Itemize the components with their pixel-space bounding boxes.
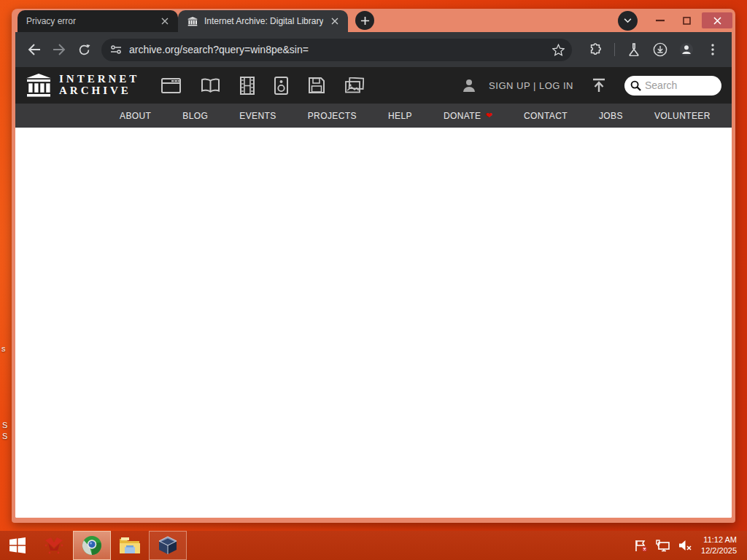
- signup-login-link[interactable]: SIGN UP | LOG IN: [489, 80, 573, 91]
- nav-events[interactable]: EVENTS: [239, 111, 276, 121]
- video-icon[interactable]: [240, 77, 255, 95]
- ia-search-input[interactable]: [645, 79, 711, 91]
- window-controls: [618, 9, 732, 32]
- tab-privacy-error[interactable]: Privacy error: [18, 10, 178, 32]
- downloads-icon[interactable]: [649, 38, 672, 61]
- images-icon[interactable]: [345, 77, 364, 94]
- nav-donate[interactable]: DONATE❤: [444, 111, 492, 121]
- nav-blog[interactable]: BLOG: [182, 111, 208, 121]
- user-icon: [461, 77, 477, 93]
- volume-muted-icon[interactable]: [678, 540, 692, 551]
- desktop-icon-label-fragment: S: [2, 421, 7, 429]
- address-bar[interactable]: archive.org/search?query=win8pe&sin=: [101, 39, 572, 61]
- nav-contact[interactable]: CONTACT: [524, 111, 568, 121]
- virtualbox-icon: [158, 535, 178, 556]
- toolbar-divider: [614, 43, 615, 56]
- ia-search-box[interactable]: [624, 76, 721, 96]
- tab-title: Privacy error: [26, 16, 153, 26]
- action-center-flag-icon[interactable]: [635, 540, 648, 552]
- tab-search-icon[interactable]: [618, 11, 638, 31]
- desktop-icon-label-fragment: s: [1, 344, 6, 353]
- tab-title: Internet Archive: Digital Library: [204, 16, 323, 26]
- tab-close-icon[interactable]: [329, 15, 341, 27]
- heart-icon: ❤: [485, 111, 492, 120]
- nav-help[interactable]: HELP: [388, 111, 412, 121]
- close-button[interactable]: [702, 12, 732, 28]
- browser-window: Privacy error Inte: [12, 9, 735, 523]
- ia-header-right: SIGN UP | LOG IN: [461, 76, 721, 96]
- start-button[interactable]: [0, 531, 35, 560]
- ia-logo[interactable]: INTERNET ARCHIVE: [26, 74, 139, 97]
- nav-volunteer[interactable]: VOLUNTEER: [654, 111, 711, 121]
- taskbar-virtualbox-button[interactable]: [149, 531, 187, 560]
- network-icon[interactable]: [656, 540, 670, 552]
- tab-internet-archive[interactable]: Internet Archive: Digital Library: [178, 10, 348, 32]
- upload-icon[interactable]: [591, 77, 607, 93]
- texts-icon[interactable]: [201, 78, 220, 93]
- audio-icon[interactable]: [274, 77, 288, 95]
- url-text[interactable]: archive.org/search?query=win8pe&sin=: [129, 44, 545, 55]
- clock-time: 11:12 AM: [701, 534, 737, 545]
- windows-logo-icon: [9, 537, 26, 554]
- search-icon: [630, 80, 641, 91]
- ia-nav-bar: ABOUT BLOG EVENTS PROJECTS HELP DONATE❤ …: [15, 104, 732, 128]
- file-explorer-icon: [119, 536, 141, 555]
- taskbar-red-app-icon[interactable]: [35, 531, 73, 560]
- site-settings-icon[interactable]: [110, 44, 122, 55]
- ia-header: INTERNET ARCHIVE: [15, 67, 732, 104]
- nav-projects[interactable]: PROJECTS: [308, 111, 357, 121]
- taskbar-clock[interactable]: 11:12 AM 12/2/2025: [701, 534, 740, 557]
- toolbar-actions: [584, 38, 724, 61]
- internet-archive-favicon: [187, 15, 198, 27]
- ia-building-icon: [26, 74, 52, 97]
- software-icon[interactable]: [308, 77, 325, 94]
- extensions-icon[interactable]: [584, 38, 607, 61]
- tab-close-icon[interactable]: [159, 15, 171, 27]
- nav-jobs[interactable]: JOBS: [599, 111, 623, 121]
- minimize-button[interactable]: [649, 12, 671, 28]
- profile-avatar-icon[interactable]: [675, 38, 698, 61]
- chrome-icon: [82, 535, 102, 556]
- tab-strip: Privacy error Inte: [12, 9, 735, 32]
- desktop-icon-label-fragment: S: [2, 432, 7, 440]
- system-tray: 11:12 AM 12/2/2025: [635, 531, 747, 560]
- nav-about[interactable]: ABOUT: [120, 111, 151, 121]
- media-type-icons: [161, 77, 364, 95]
- taskbar-file-explorer-button[interactable]: [111, 531, 149, 560]
- clock-date: 12/2/2025: [701, 545, 737, 556]
- page-content-blank: [15, 128, 732, 518]
- labs-flask-icon[interactable]: [622, 38, 646, 61]
- maximize-button[interactable]: [676, 12, 697, 28]
- back-icon[interactable]: [23, 38, 46, 61]
- web-icon[interactable]: [161, 78, 181, 93]
- new-tab-button[interactable]: [355, 11, 374, 30]
- menu-kebab-icon[interactable]: [701, 38, 724, 61]
- forward-icon[interactable]: [47, 38, 71, 61]
- ia-logotype: INTERNET ARCHIVE: [59, 74, 139, 97]
- taskbar-chrome-button[interactable]: [73, 531, 111, 560]
- browser-toolbar: archive.org/search?query=win8pe&sin=: [15, 32, 732, 67]
- desktop: s S S Privacy error: [0, 0, 747, 560]
- reload-icon[interactable]: [72, 38, 96, 61]
- taskbar: 11:12 AM 12/2/2025: [0, 531, 747, 560]
- bookmark-star-icon[interactable]: [552, 44, 565, 56]
